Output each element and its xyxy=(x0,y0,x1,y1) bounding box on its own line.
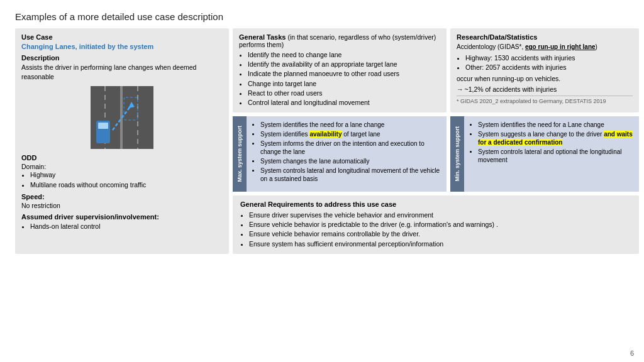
gentask-item-3: Change into target lane xyxy=(248,79,440,88)
req-item-3: Ensure system has sufficient environment… xyxy=(249,239,631,248)
max-support-label-wrap: Max. system support xyxy=(233,116,247,192)
min-support-content: System identifies the need for a Lane ch… xyxy=(464,116,639,192)
gentask-item-2: Indicate the planned manoeuvre to other … xyxy=(248,69,440,78)
odd-label: ODD xyxy=(21,154,223,162)
gentasks-title: General Tasks (in that scenario, regardl… xyxy=(239,33,440,48)
speed-text: No restriction xyxy=(21,202,223,209)
research-card: Research/Data/Statistics Accidentology (… xyxy=(450,28,639,112)
max-item-1: System identifies availability of target… xyxy=(260,130,441,138)
road-illustration xyxy=(81,86,163,149)
supervision-section: Assumed driver supervision/involvement: … xyxy=(21,213,223,231)
arrow-icon: → xyxy=(457,85,464,93)
research-list: Highway: 1530 accidents with injuries Ot… xyxy=(457,53,633,72)
supervision-item-1: Hands-on lateral control xyxy=(30,222,223,231)
research-footnote: * GIDAS 2020_2 extrapolated to Germany, … xyxy=(457,96,633,104)
gentasks-list: Identify the need to change lane Identif… xyxy=(239,50,440,107)
speed-label: Speed: xyxy=(21,193,223,200)
min-support-card: Min. system support System identifies th… xyxy=(450,116,639,192)
general-requirements-card: General Requirements to address this use… xyxy=(233,195,639,254)
min-item-1: System suggests a lane change to the dri… xyxy=(478,130,634,146)
max-item-3: System changes the lane automatically xyxy=(260,157,441,165)
left-card: Use Case Changing Lanes, initiated by th… xyxy=(15,28,229,254)
gentasks-title-text: General Tasks xyxy=(239,33,286,41)
speed-section: Speed: No restriction xyxy=(21,193,223,209)
use-case-title: Changing Lanes, initiated by the system xyxy=(21,43,223,50)
research-intro-end: ) xyxy=(596,43,597,50)
research-arrow-text: ~1,2% of accidents with injuries xyxy=(465,85,557,93)
max-support-card: Max. system support System identifies th… xyxy=(233,116,447,192)
min-support-list: System identifies the need for a Lane ch… xyxy=(469,121,634,164)
domain-list: Highway Multilane roads without oncoming… xyxy=(21,170,223,189)
max-support-label: Max. system support xyxy=(236,126,243,182)
page-number: 6 xyxy=(630,349,634,357)
max-support-list: System identifies the need for a lane ch… xyxy=(252,121,441,183)
odd-section: ODD Domain: Highway Multilane roads with… xyxy=(21,154,223,189)
max-item-2: System informs the driver on the intenti… xyxy=(260,140,441,156)
research-item-0: Highway: 1530 accidents with injuries xyxy=(465,53,633,62)
research-intro: Accidentology (GIDAS*, ego run-up in rig… xyxy=(457,43,633,52)
max-item-0: System identifies the need for a lane ch… xyxy=(260,121,441,129)
research-item-1: Other: 2057 accidents with injuries xyxy=(465,63,633,72)
gentask-item-5: Control lateral and longitudinal movemen… xyxy=(248,98,440,107)
description-label: Description xyxy=(21,54,223,62)
use-case-label: Use Case xyxy=(21,33,223,41)
min-support-label-wrap: Min. system support xyxy=(450,116,464,192)
min-support-label: Min. system support xyxy=(454,126,460,182)
min-item-0: System identifies the need for a Lane ch… xyxy=(478,121,634,129)
research-intro-text: Accidentology (GIDAS*, xyxy=(457,43,525,50)
svg-rect-6 xyxy=(98,123,108,129)
domain-item-2: Multilane roads without oncoming traffic xyxy=(30,180,223,189)
gentask-item-0: Identify the need to change lane xyxy=(248,50,440,59)
requirements-content: General Requirements to address this use… xyxy=(233,195,639,254)
gentask-item-1: Identify the availability of an appropri… xyxy=(248,60,440,69)
supervision-label: Assumed driver supervision/involvement: xyxy=(21,213,223,221)
page-title: Examples of a more detailed use case des… xyxy=(15,11,629,22)
domain-label: Domain: xyxy=(21,163,223,170)
research-intro-bold: ego run-up in right lane xyxy=(525,43,596,50)
domain-item-1: Highway xyxy=(30,170,223,179)
req-item-1: Ensure vehicle behavior is predictable t… xyxy=(249,220,631,229)
general-tasks-card: General Tasks (in that scenario, regardl… xyxy=(233,28,447,112)
main-grid: Use Case Changing Lanes, initiated by th… xyxy=(15,28,629,254)
gentask-item-4: React to other road users xyxy=(248,89,440,97)
max-support-content: System identifies the need for a lane ch… xyxy=(247,116,447,192)
research-occur: occur when running-up on vehicles. xyxy=(457,75,633,82)
research-arrow: →~1,2% of accidents with injuries xyxy=(457,85,633,93)
requirements-title: General Requirements to address this use… xyxy=(240,200,631,208)
research-title: Research/Data/Statistics xyxy=(457,33,633,41)
req-item-2: Ensure vehicle behavior remains controll… xyxy=(249,229,631,238)
supervision-list: Hands-on lateral control xyxy=(21,222,223,231)
req-item-0: Ensure driver supervises the vehicle beh… xyxy=(249,211,631,219)
min-item-2: System controls lateral and optional the… xyxy=(478,148,634,164)
highlight-availability: availability xyxy=(309,131,341,138)
description-text: Assists the driver in performing lane ch… xyxy=(21,63,223,81)
max-item-4: System controls lateral and longitudinal… xyxy=(260,167,441,183)
requirements-list: Ensure driver supervises the vehicle beh… xyxy=(240,211,631,248)
page: Examples of a more detailed use case des… xyxy=(0,0,644,362)
highlight-confirmation: and waits for a dedicated confirmation xyxy=(478,131,633,146)
